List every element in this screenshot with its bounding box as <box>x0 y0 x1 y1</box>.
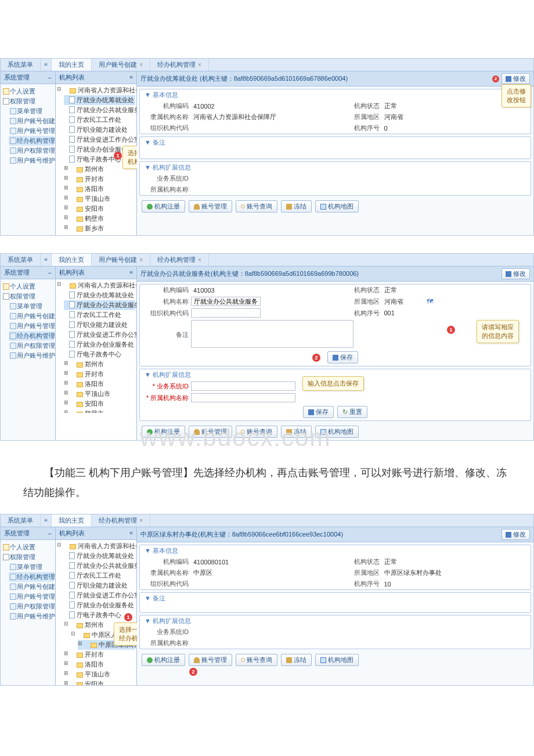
org-code-input[interactable] <box>191 308 261 318</box>
org-city[interactable]: 洛阳市 <box>64 379 135 389</box>
org-root[interactable]: 河南省人力资源和社会保障厅 <box>57 280 135 290</box>
nav-user-create[interactable]: 用户账号创建 <box>9 311 54 321</box>
collapse-icon[interactable]: « <box>129 73 133 82</box>
tab-org-manage[interactable]: 经办机构管理× <box>92 514 150 527</box>
org-name-input[interactable] <box>191 297 261 306</box>
org-city[interactable]: 安阳市 <box>64 204 135 214</box>
tab-org-manage[interactable]: 经办机构管理× <box>150 254 209 266</box>
freeze-button[interactable]: 冻结 <box>281 426 312 438</box>
nav-menu-manage[interactable]: 菜单管理 <box>9 562 54 572</box>
nav-permission[interactable]: 权限管理 <box>2 96 54 106</box>
org-map-button[interactable]: 机构地图 <box>315 654 359 666</box>
org-register-button[interactable]: 机构注册 <box>142 426 185 438</box>
org-city[interactable]: 洛阳市 <box>64 660 135 669</box>
nav-user-perm[interactable]: 用户权限管理 <box>9 602 54 611</box>
reset-button[interactable]: ↻重置 <box>337 406 367 418</box>
nav-user-maint[interactable]: 用户账号维护 <box>9 611 54 621</box>
org-dept[interactable]: 厅就业办统筹就业处 <box>64 551 135 561</box>
freeze-button[interactable]: 冻结 <box>281 200 312 213</box>
collapse-left-icon[interactable]: « <box>41 514 52 527</box>
tab-homepage[interactable]: 我的主页 <box>52 254 92 266</box>
org-dept[interactable]: 厅农民工工作处 <box>64 310 135 320</box>
org-city[interactable]: 焦作市 <box>64 233 135 235</box>
system-menu-tab[interactable]: 系统菜单 <box>1 254 41 266</box>
close-icon[interactable]: × <box>139 517 143 524</box>
account-query-button[interactable]: 账号查询 <box>236 200 277 213</box>
org-city[interactable]: 洛阳市 <box>64 184 135 194</box>
org-city[interactable]: 开封市 <box>64 174 135 184</box>
account-manage-button[interactable]: 账号管理 <box>189 654 232 666</box>
nav-personal[interactable]: 个人设置 <box>2 542 54 552</box>
account-manage-button[interactable]: 账号管理 <box>189 200 232 213</box>
org-dept[interactable]: 厅农民工工作处 <box>64 571 135 581</box>
freeze-button[interactable]: 冻结 <box>281 654 312 666</box>
tab-homepage[interactable]: 我的主页 <box>52 59 92 71</box>
nav-org-manage[interactable]: 经办机构管理 <box>9 136 54 146</box>
org-city[interactable]: 鹤壁市 <box>64 409 135 413</box>
remark-textarea[interactable] <box>191 320 353 348</box>
account-query-button[interactable]: 账号查询 <box>236 426 277 438</box>
nav-user-perm[interactable]: 用户权限管理 <box>9 146 54 156</box>
org-dept[interactable]: 厅就业办公共就业服务处 <box>64 300 135 310</box>
save-button[interactable]: 保存 <box>327 351 358 363</box>
save-button[interactable]: 保存 <box>303 406 334 418</box>
parent-org-input[interactable] <box>191 393 295 402</box>
org-city[interactable]: 平顶山市 <box>64 389 135 399</box>
sysid-input[interactable] <box>191 381 295 391</box>
org-map-button[interactable]: 机构地图 <box>315 200 359 213</box>
org-dept[interactable]: 厅职业能力建设处 <box>64 581 135 591</box>
org-root[interactable]: 河南省人力资源和社会保障厅 <box>57 541 135 551</box>
nav-personal[interactable]: 个人设置 <box>2 282 54 291</box>
collapse-left-icon[interactable]: « <box>41 59 52 71</box>
org-dept[interactable]: 厅职业能力建设处 <box>64 125 135 135</box>
modify-button[interactable]: 修改 <box>501 268 530 279</box>
org-dept[interactable]: 厅电子政务中心 <box>64 350 135 359</box>
org-dept[interactable]: 厅就业办统筹就业处 <box>64 95 135 105</box>
nav-user-create[interactable]: 用户账号创建 <box>9 582 54 592</box>
org-dept[interactable]: 厅就业办公共就业服务处 <box>64 561 135 571</box>
account-manage-button[interactable]: 账号管理 <box>189 426 232 438</box>
org-register-button[interactable]: 机构注册 <box>142 654 185 666</box>
nav-user-maint[interactable]: 用户账号维护 <box>9 156 54 165</box>
nav-menu-manage[interactable]: 菜单管理 <box>9 301 54 311</box>
nav-user-perm[interactable]: 用户权限管理 <box>9 341 54 351</box>
close-icon[interactable]: × <box>198 257 201 263</box>
modify-button[interactable]: 修改 <box>501 529 530 540</box>
org-register-button[interactable]: 机构注册 <box>142 200 185 213</box>
org-root[interactable]: 河南省人力资源和社会保障厅 <box>57 85 135 95</box>
nav-permission[interactable]: 权限管理 <box>2 552 54 562</box>
collapse-left-icon[interactable]: « <box>41 254 52 266</box>
org-city[interactable]: 开封市 <box>64 650 135 660</box>
close-icon[interactable]: × <box>139 62 143 68</box>
system-menu-tab[interactable]: 系统菜单 <box>1 59 41 71</box>
system-menu-tab[interactable]: 系统菜单 <box>1 514 41 527</box>
minimize-icon[interactable]: − <box>48 74 52 81</box>
org-dept[interactable]: 厅就业促进工作办公室 <box>64 135 135 145</box>
org-dept[interactable]: 厅职业能力建设处 <box>64 320 135 330</box>
org-city[interactable]: 郑州市 <box>64 359 135 369</box>
org-map-button[interactable]: 机构地图 <box>315 426 359 438</box>
nav-user-manage[interactable]: 用户账号管理 <box>9 321 54 331</box>
org-city[interactable]: 平顶山市 <box>64 194 135 204</box>
nav-org-manage[interactable]: 经办机构管理 <box>9 572 54 582</box>
close-icon[interactable]: × <box>198 62 201 68</box>
nav-user-manage[interactable]: 用户账号管理 <box>9 126 54 136</box>
org-city[interactable]: 新乡市 <box>64 224 135 233</box>
nav-permission[interactable]: 权限管理 <box>2 291 54 301</box>
map-icon[interactable]: 🗺 <box>427 298 433 305</box>
org-city[interactable]: 鹤壁市 <box>64 214 135 224</box>
nav-menu-manage[interactable]: 菜单管理 <box>9 106 54 116</box>
org-dept[interactable]: 厅就业办创业服务处 <box>64 600 135 610</box>
org-dept[interactable]: 厅就业促进工作办公室 <box>64 591 135 600</box>
tab-homepage[interactable]: 我的主页 <box>52 514 92 527</box>
org-city[interactable]: 开封市 <box>64 369 135 379</box>
org-dept[interactable]: 厅就业办统筹就业处 <box>64 290 135 300</box>
nav-user-manage[interactable]: 用户账号管理 <box>9 592 54 602</box>
close-icon[interactable]: × <box>139 257 143 263</box>
modify-button[interactable]: 修改 <box>501 73 530 84</box>
account-query-button[interactable]: 账号查询 <box>236 654 277 666</box>
org-city[interactable]: 安阳市 <box>64 399 135 409</box>
org-dept[interactable]: 厅农民工工作处 <box>64 115 135 125</box>
org-city[interactable]: 平顶山市 <box>64 669 135 679</box>
org-dept[interactable]: 厅就业办创业服务处 <box>64 340 135 350</box>
